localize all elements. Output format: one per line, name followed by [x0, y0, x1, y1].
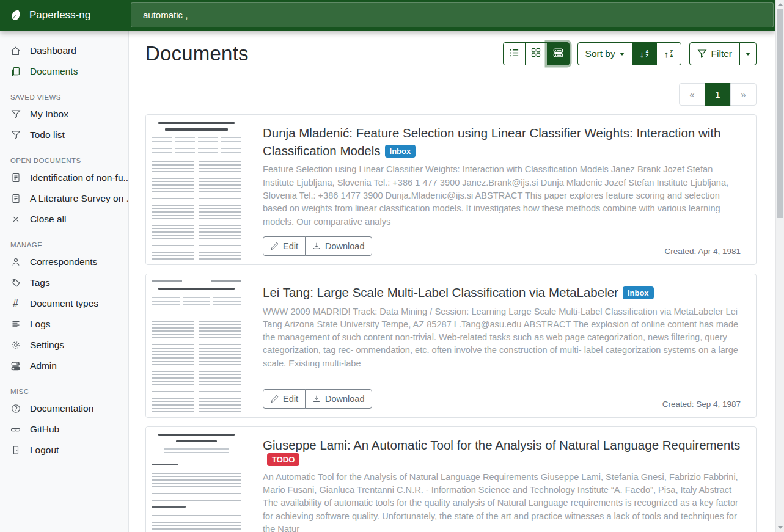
- tag-badge[interactable]: Inbox: [623, 286, 654, 299]
- sidebar-item-close-all[interactable]: Close all: [0, 209, 128, 230]
- pencil-icon: [270, 395, 279, 403]
- sidebar-item-open-doc-2[interactable]: A Literature Survey on ...: [0, 188, 128, 209]
- scroll-up-arrow-icon[interactable]: [778, 3, 783, 6]
- document-excerpt: Feature Selection using Linear Classifie…: [263, 163, 741, 228]
- edit-button[interactable]: Edit: [263, 389, 306, 409]
- arrow-up-z-a-icon: ↑ZA: [664, 49, 673, 59]
- download-button[interactable]: Download: [305, 236, 372, 256]
- sidebar-item-label: Logout: [30, 445, 59, 456]
- filter-dropdown-button[interactable]: [739, 42, 757, 65]
- view-toggle-group: [503, 42, 570, 65]
- edit-button[interactable]: Edit: [263, 236, 306, 256]
- sidebar-item-dashboard[interactable]: Dashboard: [0, 40, 128, 61]
- sidebar-item-settings[interactable]: Settings: [0, 335, 128, 355]
- sidebar-item-todo-list[interactable]: Todo list: [0, 125, 128, 145]
- sidebar-item-my-inbox[interactable]: My Inbox: [0, 104, 128, 125]
- grid-view-button[interactable]: [525, 42, 548, 65]
- sidebar-item-documentation[interactable]: Documentation: [0, 398, 128, 419]
- scroll-down-arrow-icon[interactable]: [778, 526, 783, 529]
- chevron-down-icon: [746, 53, 750, 56]
- grid-view-icon: [531, 48, 541, 60]
- document-title-link[interactable]: Lei Tang: Large Scale Multi-Label Classi…: [263, 285, 618, 299]
- sort-by-button[interactable]: Sort by: [577, 42, 632, 65]
- documents-icon: [10, 67, 21, 77]
- sidebar-item-label: Documentation: [30, 403, 93, 414]
- arrow-down-a-z-icon: ↓AZ: [640, 49, 649, 59]
- hash-icon: #: [10, 299, 21, 309]
- tag-badge[interactable]: Inbox: [385, 145, 416, 158]
- pagination-prev-button[interactable]: «: [679, 83, 705, 106]
- sidebar-item-logs[interactable]: Logs: [0, 314, 128, 335]
- search-input[interactable]: [131, 2, 774, 27]
- header-divider: [145, 76, 757, 76]
- sidebar-item-label: My Inbox: [30, 109, 68, 120]
- card-actions: Edit Download: [263, 389, 372, 409]
- pencil-icon: [270, 242, 279, 250]
- document-title-link[interactable]: Giuseppe Lami: An Automatic Tool for the…: [263, 438, 740, 452]
- logs-icon: [10, 319, 21, 330]
- sidebar-item-label: Dashboard: [30, 45, 76, 56]
- person-icon: [10, 257, 21, 268]
- card-actions: Edit Download: [263, 236, 372, 256]
- file-text-icon: [10, 173, 21, 183]
- door-icon: [10, 445, 21, 456]
- sidebar-item-logout[interactable]: Logout: [0, 440, 128, 461]
- document-card: Giuseppe Lami: An Automatic Tool for the…: [145, 426, 757, 532]
- sort-ascending-button[interactable]: ↓AZ: [632, 42, 657, 65]
- toolbar: Sort by ↓AZ ↑ZA Filter: [503, 42, 757, 65]
- brand[interactable]: Paperless-ng: [0, 0, 129, 31]
- tag-badge[interactable]: TODO: [267, 453, 299, 466]
- vertical-scrollbar[interactable]: [775, 0, 784, 532]
- edit-label: Edit: [283, 394, 298, 404]
- sidebar-item-github[interactable]: GitHub: [0, 419, 128, 440]
- sort-descending-button[interactable]: ↑ZA: [656, 42, 681, 65]
- download-icon: [312, 395, 321, 403]
- close-icon: [10, 214, 21, 225]
- funnel-icon: [10, 109, 21, 120]
- sidebar-heading-misc: MISC: [0, 376, 128, 398]
- document-title-link[interactable]: Dunja Mladenić: Feature Selection using …: [263, 126, 720, 158]
- sidebar-heading-saved-views: SAVED VIEWS: [0, 82, 128, 104]
- sort-by-label: Sort by: [585, 48, 615, 59]
- sidebar-item-label: A Literature Survey on ...: [30, 193, 128, 204]
- sidebar-item-open-doc-1[interactable]: Identification of non-fu...: [0, 167, 128, 188]
- pagination-next-button[interactable]: »: [730, 83, 757, 106]
- document-excerpt: WWW 2009 MADRID! Track: Data Mining / Se…: [263, 305, 741, 370]
- main-content: Documents Sort by ↓AZ: [129, 31, 775, 532]
- tag-icon: [10, 278, 21, 288]
- sidebar-item-label: Correspondents: [30, 257, 97, 268]
- sidebar-item-correspondents[interactable]: Correspondents: [0, 252, 128, 272]
- document-thumbnail[interactable]: [146, 274, 247, 417]
- created-date: Created: Apr 4, 1981: [664, 247, 741, 256]
- document-thumbnail[interactable]: [146, 115, 247, 264]
- details-view-icon: [553, 48, 563, 60]
- sidebar-item-documents[interactable]: Documents: [0, 61, 128, 82]
- sidebar-item-admin[interactable]: Admin: [0, 355, 128, 376]
- link-icon: [10, 425, 21, 435]
- gear-icon: [10, 340, 21, 351]
- sidebar-item-label: Tags: [30, 277, 50, 288]
- sort-group: Sort by ↓AZ ↑ZA: [577, 42, 681, 65]
- sidebar-item-document-types[interactable]: # Document types: [0, 293, 128, 314]
- filter-group: Filter: [689, 42, 757, 65]
- sidebar-heading-manage: MANAGE: [0, 230, 128, 252]
- document-title-row: Giuseppe Lami: An Automatic Tool for the…: [263, 437, 741, 467]
- pagination: « 1 »: [145, 83, 757, 106]
- brand-name: Paperless-ng: [29, 9, 90, 21]
- filter-button[interactable]: Filter: [689, 42, 740, 65]
- details-view-button[interactable]: [547, 42, 570, 65]
- list-view-button[interactable]: [503, 42, 526, 65]
- sidebar-heading-open-documents: OPEN DOCUMENTS: [0, 145, 128, 167]
- sidebar-item-label: Document types: [30, 298, 98, 309]
- funnel-icon: [10, 130, 21, 140]
- scrollbar-thumb[interactable]: [777, 9, 783, 218]
- created-date: Created: Sep 4, 1987: [662, 399, 741, 409]
- download-button[interactable]: Download: [305, 389, 372, 409]
- download-icon: [312, 242, 321, 250]
- pagination-page-1-button[interactable]: 1: [705, 83, 731, 106]
- funnel-icon: [697, 49, 707, 59]
- document-thumbnail[interactable]: [146, 427, 247, 532]
- filter-label: Filter: [711, 48, 732, 59]
- sidebar-item-tags[interactable]: Tags: [0, 272, 128, 293]
- toggles-icon: [10, 361, 21, 371]
